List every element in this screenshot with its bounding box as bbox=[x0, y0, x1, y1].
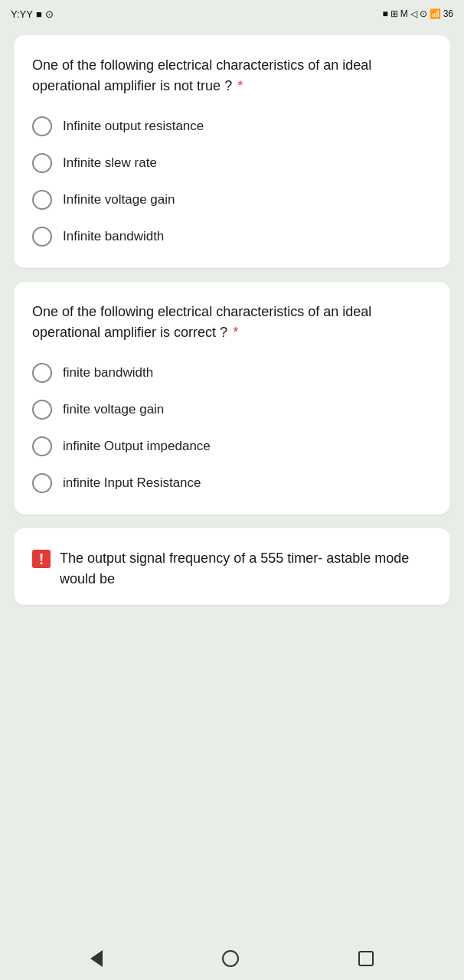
partial-question-card: ! The output signal frequency of a 555 t… bbox=[14, 528, 450, 605]
bottom-nav bbox=[0, 937, 464, 980]
option-q1d-label: Infinite bandwidth bbox=[63, 227, 164, 246]
radio-q1c[interactable] bbox=[32, 190, 52, 210]
recents-button[interactable] bbox=[352, 945, 380, 972]
option-q2c[interactable]: infinite Output impedance bbox=[32, 436, 432, 456]
option-q1b-label: Infinite slew rate bbox=[63, 154, 157, 172]
option-q1c[interactable]: Infinite voltage gain bbox=[32, 190, 432, 210]
partial-question-text: The output signal frequency of a 555 tim… bbox=[60, 548, 432, 590]
status-bar: Y:YY ■ ⊙ ■ ⊞ M ◁ ⊙ 📶 36 bbox=[0, 0, 464, 28]
option-q1b[interactable]: Infinite slew rate bbox=[32, 153, 432, 173]
option-q1c-label: Infinite voltage gain bbox=[63, 191, 175, 209]
question-card-1: One of the following electrical characte… bbox=[14, 35, 450, 268]
status-nav-icon: ◁ bbox=[410, 8, 417, 19]
option-q2b-label: finite voltage gain bbox=[63, 400, 164, 419]
radio-q1d[interactable] bbox=[32, 227, 52, 247]
required-star-1: * bbox=[234, 78, 243, 93]
radio-q2a[interactable] bbox=[32, 363, 52, 383]
status-time: Y:YY bbox=[11, 8, 33, 20]
status-left: Y:YY ■ ⊙ bbox=[11, 8, 54, 20]
back-icon bbox=[90, 950, 103, 967]
option-q2b[interactable]: finite voltage gain bbox=[32, 400, 432, 420]
recents-icon bbox=[358, 951, 374, 966]
status-img-icon: ⊞ bbox=[390, 8, 398, 19]
required-star-2: * bbox=[229, 325, 238, 340]
status-battery-level: 36 bbox=[443, 8, 453, 19]
option-q1a-label: Infinite output resistance bbox=[63, 117, 204, 136]
status-mail-icon: M bbox=[400, 8, 408, 19]
option-q1d[interactable]: Infinite bandwidth bbox=[32, 227, 432, 247]
status-battery-icon: ■ bbox=[36, 8, 42, 20]
status-right: ■ ⊞ M ◁ ⊙ 📶 36 bbox=[382, 8, 453, 19]
radio-q1b[interactable] bbox=[32, 153, 52, 173]
home-icon bbox=[222, 950, 239, 967]
radio-q1a[interactable] bbox=[32, 116, 52, 136]
question-2-options: finite bandwidth finite voltage gain inf… bbox=[32, 363, 432, 493]
status-mute-icon: ⊙ bbox=[420, 8, 427, 19]
alert-icon: ! bbox=[32, 550, 51, 568]
question-1-text: One of the following electrical characte… bbox=[32, 55, 432, 96]
question-1-options: Infinite output resistance Infinite slew… bbox=[32, 116, 432, 247]
radio-q2d[interactable] bbox=[32, 473, 52, 493]
radio-q2b[interactable] bbox=[32, 400, 52, 420]
back-button[interactable] bbox=[84, 944, 109, 973]
status-wifi-icon: 📶 bbox=[430, 8, 441, 19]
option-q1a[interactable]: Infinite output resistance bbox=[32, 116, 432, 136]
home-button[interactable] bbox=[216, 944, 245, 973]
option-q2d-label: infinite Input Resistance bbox=[63, 474, 201, 492]
status-sim-icon: ■ bbox=[382, 8, 387, 19]
option-q2c-label: infinite Output impedance bbox=[63, 437, 211, 456]
content-area: One of the following electrical characte… bbox=[0, 28, 464, 937]
question-2-text: One of the following electrical characte… bbox=[32, 302, 432, 343]
option-q2a[interactable]: finite bandwidth bbox=[32, 363, 432, 383]
radio-q2c[interactable] bbox=[32, 436, 52, 456]
option-q2d[interactable]: infinite Input Resistance bbox=[32, 473, 432, 493]
status-settings-icon: ⊙ bbox=[45, 8, 54, 20]
option-q2a-label: finite bandwidth bbox=[63, 364, 153, 382]
question-card-2: One of the following electrical characte… bbox=[14, 282, 450, 514]
